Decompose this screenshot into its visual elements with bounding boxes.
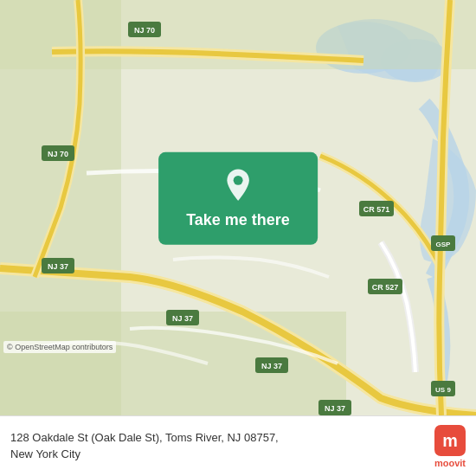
svg-text:NJ 70: NJ 70 [134,26,155,35]
svg-text:CR 571: CR 571 [363,205,390,214]
svg-point-26 [234,176,243,185]
svg-text:NJ 37: NJ 37 [172,314,193,323]
svg-text:m: m [442,431,458,450]
svg-text:NJ 37: NJ 37 [325,404,345,413]
svg-text:CR 527: CR 527 [372,283,399,292]
map-view: NJ 70 NJ 70 NJ 37 NJ 37 NJ 37 NJ 37 CR 5… [0,0,476,415]
svg-text:NJ 37: NJ 37 [261,362,282,370]
moovit-logo: m moovit [434,425,466,468]
address-line1: 128 Oakdale St (Oak Dale St), Toms River… [10,430,426,446]
location-pin-icon [221,168,255,203]
bottom-info-bar: 128 Oakdale St (Oak Dale St), Toms River… [0,415,476,476]
cta-label: Take me there [186,211,290,229]
svg-text:GSP: GSP [436,241,452,248]
take-me-there-button[interactable]: Take me there [158,152,318,245]
svg-text:NJ 37: NJ 37 [48,262,68,271]
svg-text:NJ 70: NJ 70 [48,150,68,158]
address-block: 128 Oakdale St (Oak Dale St), Toms River… [10,430,426,461]
moovit-brand-name: moovit [434,458,466,468]
svg-text:US 9: US 9 [435,386,451,394]
address-line2: New York City [10,447,426,462]
osm-copyright: © OpenStreetMap contributors [3,341,116,353]
